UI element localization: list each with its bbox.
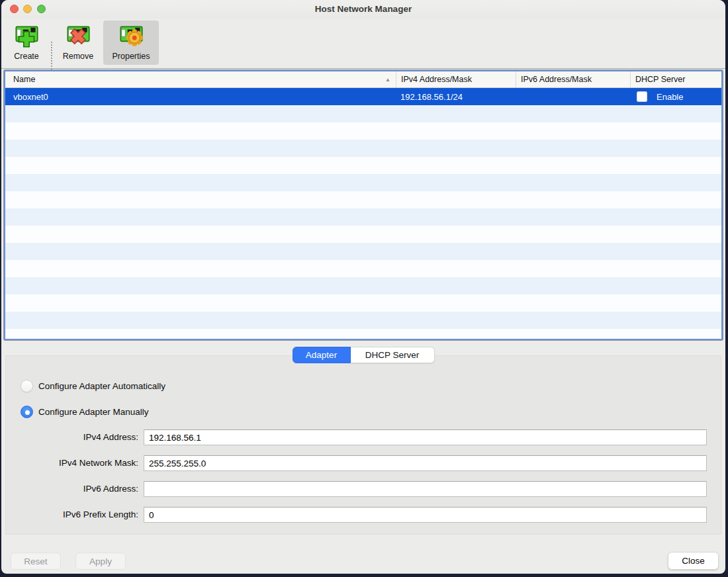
configure-manually-radio[interactable] <box>21 406 33 418</box>
tab-bar: Adapter DHCP Server <box>1 347 725 363</box>
column-header-dhcp[interactable]: DHCP Server <box>630 71 721 87</box>
cell-name: vboxnet0 <box>5 88 396 105</box>
apply-button[interactable]: Apply <box>75 553 126 570</box>
ipv6-prefix-length-field[interactable] <box>144 507 707 523</box>
title-bar: Host Network Manager <box>1 0 725 19</box>
window-title: Host Network Manager <box>1 4 725 14</box>
host-networks-table: Name ▲ IPv4 Address/Mask IPv6 Address/Ma… <box>4 70 723 340</box>
network-adapter-properties-icon <box>116 21 146 51</box>
cell-ipv6 <box>516 88 630 105</box>
ipv4-network-mask-label: IPv4 Network Mask: <box>1 458 138 468</box>
properties-button[interactable]: Properties <box>103 21 159 65</box>
column-header-name[interactable]: Name ▲ <box>5 71 396 87</box>
column-header-ipv4[interactable]: IPv4 Address/Mask <box>396 71 516 87</box>
cell-ipv4: 192.168.56.1/24 <box>396 88 516 105</box>
network-adapter-remove-icon <box>63 21 93 51</box>
configure-manually-label: Configure Adapter Manually <box>38 407 149 417</box>
ipv6-prefix-length-label: IPv6 Prefix Length: <box>1 510 138 519</box>
configure-automatically-radio[interactable] <box>21 380 33 392</box>
ipv4-network-mask-field[interactable] <box>144 455 707 471</box>
table-header: Name ▲ IPv4 Address/Mask IPv6 Address/Ma… <box>5 71 721 88</box>
configure-automatically-label: Configure Adapter Automatically <box>38 381 165 391</box>
create-button[interactable]: Create <box>7 21 46 64</box>
create-button-label: Create <box>14 52 39 61</box>
dhcp-enable-label: Enable <box>657 92 683 102</box>
network-adapter-create-icon <box>11 21 42 51</box>
remove-button[interactable]: Remove <box>57 21 99 64</box>
remove-button-label: Remove <box>63 52 94 61</box>
table-row-vboxnet0[interactable]: vboxnet0 192.168.56.1/24 Enable <box>5 88 721 105</box>
ipv4-address-label: IPv4 Address: <box>1 432 138 442</box>
dhcp-enable-checkbox[interactable] <box>637 91 647 102</box>
ipv6-address-field[interactable] <box>144 481 707 497</box>
close-button[interactable]: Close <box>668 552 719 570</box>
toolbar: Create Remove <box>1 19 725 69</box>
ipv6-address-label: IPv6 Address: <box>1 484 138 494</box>
column-header-ipv6[interactable]: IPv6 Address/Mask <box>516 71 630 87</box>
reset-button[interactable]: Reset <box>11 553 61 570</box>
tab-dhcp-server[interactable]: DHCP Server <box>351 347 435 363</box>
tab-adapter[interactable]: Adapter <box>293 347 351 363</box>
table-empty-rows <box>5 105 721 339</box>
cell-dhcp-server: Enable <box>630 88 721 105</box>
ipv4-address-field[interactable] <box>144 429 707 445</box>
sort-ascending-icon: ▲ <box>385 77 390 83</box>
host-network-manager-window: Host Network Manager Create <box>1 0 725 574</box>
properties-button-label: Properties <box>113 52 150 61</box>
